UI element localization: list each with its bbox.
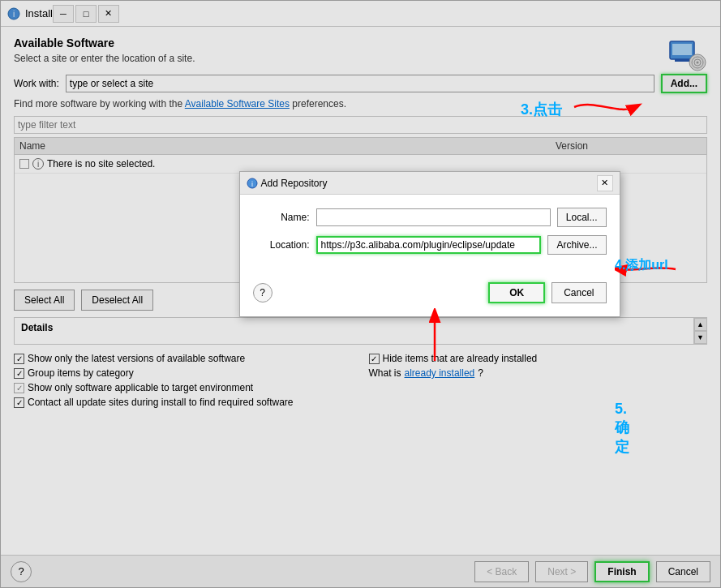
modal-icon: i [247, 178, 258, 189]
modal-overlay: i Add Repository ✕ Name: Local... Locati… [1, 1, 720, 587]
modal-body: Name: Local... Location: Archive... [240, 195, 620, 276]
step4-annotation: 4.添加url [615, 257, 680, 284]
modal-name-input[interactable] [316, 208, 551, 226]
modal-title-text: Add Repository [261, 178, 328, 189]
archive-button[interactable]: Archive... [547, 235, 606, 255]
modal-ok-button[interactable]: OK [488, 282, 545, 303]
modal-name-row: Name: Local... [253, 208, 607, 227]
modal-help-button[interactable]: ? [253, 283, 273, 303]
modal-location-input[interactable] [316, 236, 542, 254]
arrow-4 [615, 257, 680, 281]
modal-close-button[interactable]: ✕ [597, 175, 613, 191]
modal-name-label: Name: [253, 212, 310, 223]
modal-title-bar: i Add Repository ✕ [240, 172, 620, 195]
modal-location-label: Location: [253, 239, 310, 251]
modal-button-row: ? OK Cancel [240, 276, 620, 316]
modal-location-row: Location: Archive... [253, 235, 607, 255]
add-repository-dialog: i Add Repository ✕ Name: Local... Locati… [239, 171, 620, 317]
modal-cancel-button[interactable]: Cancel [551, 282, 606, 303]
svg-text:i: i [251, 180, 253, 188]
main-window: i Install ─ □ ✕ Available Software Selec… [0, 0, 721, 588]
local-button[interactable]: Local... [557, 208, 607, 227]
arrow-5 [386, 308, 483, 365]
